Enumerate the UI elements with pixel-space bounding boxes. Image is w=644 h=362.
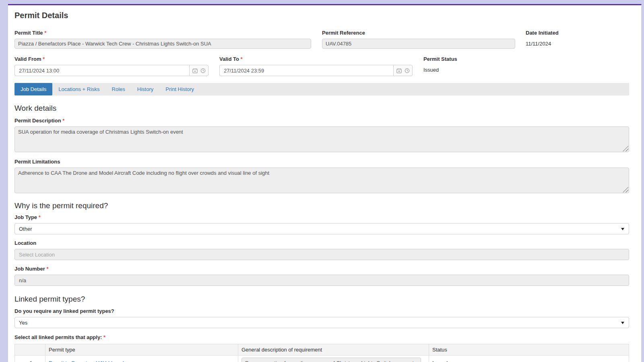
calendar-icon[interactable] [396, 68, 402, 73]
header-status: Status [429, 344, 629, 356]
work-details-heading: Work details [14, 104, 629, 113]
valid-to-addon[interactable] [393, 65, 413, 76]
location-label: Location [14, 240, 629, 246]
chevron-down-icon [621, 322, 624, 324]
permit-type-cell: Permit to Operate a UAV (drone) [45, 356, 238, 362]
table-header-row: Permit type General description of requi… [15, 344, 629, 356]
permit-reference-field: Permit Reference [322, 30, 515, 49]
valid-from-addon[interactable] [189, 65, 208, 76]
job-number-field: Job Number * n/a [14, 266, 629, 286]
clock-icon[interactable] [405, 68, 410, 73]
clock-icon[interactable] [200, 68, 206, 73]
tab-history[interactable]: History [131, 83, 159, 95]
job-type-field: Job Type * Other [14, 214, 629, 234]
requirement-description-input[interactable] [242, 358, 421, 362]
page-title: Permit Details [14, 9, 629, 20]
permit-limitations-textarea[interactable] [14, 168, 629, 193]
valid-from-input[interactable] [14, 65, 189, 76]
location-field: Location Select Location [14, 240, 629, 260]
required-asterisk: * [44, 30, 46, 36]
permit-limitations-field: Permit Limitations [14, 159, 629, 193]
linked-permits-table-block: Select all linked permits that apply: * … [14, 334, 629, 362]
valid-to-field: Valid To * [219, 56, 413, 76]
header-row-1: Permit Title * Permit Reference Date Ini… [14, 30, 629, 49]
valid-from-field: Valid From * [14, 56, 208, 76]
required-asterisk: * [103, 334, 105, 340]
permit-status-value: Issued [423, 65, 629, 73]
calendar-icon[interactable] [192, 68, 198, 73]
header-selected [15, 344, 45, 356]
linked-question-label: Do you require any linked permit types? [14, 308, 629, 314]
header-description: General description of requirement [238, 344, 429, 356]
required-asterisk: * [43, 56, 45, 62]
linked-question-field: Do you require any linked permit types? … [14, 308, 629, 328]
table-row: ✓ Permit to Operate a UAV (drone) Issued [15, 356, 629, 362]
date-initiated-label: Date Initiated [526, 30, 629, 36]
permit-status-label: Permit Status [423, 56, 629, 62]
permit-type-link[interactable]: Permit to Operate a UAV (drone) [49, 360, 124, 362]
header-row-2: Valid From * Valid To * [14, 56, 629, 76]
status-cell: Issued [429, 356, 629, 362]
permit-limitations-label: Permit Limitations [14, 159, 629, 165]
check-icon[interactable]: ✓ [15, 356, 45, 362]
permit-description-textarea[interactable] [14, 126, 629, 152]
required-asterisk: * [39, 214, 41, 220]
permit-reference-input[interactable] [322, 39, 515, 49]
tab-job-details[interactable]: Job Details [14, 83, 52, 95]
valid-to-group [219, 65, 413, 76]
why-required-heading: Why is the permit required? [14, 201, 629, 210]
linked-table-caption: Select all linked permits that apply: * [14, 334, 629, 340]
valid-to-input[interactable] [219, 65, 393, 76]
permit-title-label: Permit Title * [14, 30, 311, 36]
permit-title-input[interactable] [14, 39, 311, 49]
location-input[interactable]: Select Location [14, 249, 629, 260]
permit-description-label: Permit Description * [14, 118, 629, 124]
location-placeholder: Select Location [19, 252, 55, 258]
permit-status-field: Permit Status Issued [423, 56, 629, 73]
linked-permits-table: Permit type General description of requi… [14, 344, 629, 362]
linked-question-selected-value: Yes [19, 320, 27, 326]
job-type-selected-value: Other [19, 226, 32, 232]
job-number-label: Job Number * [14, 266, 629, 272]
required-asterisk: * [62, 118, 64, 124]
job-number-input[interactable]: n/a [14, 275, 629, 286]
tab-locations-risks[interactable]: Locations + Risks [52, 83, 105, 95]
header-permit-type: Permit type [45, 344, 238, 356]
permit-title-field: Permit Title * [14, 30, 311, 49]
permit-description-field: Permit Description * [14, 118, 629, 152]
linked-permits-heading: Linked permit types? [14, 295, 629, 304]
description-cell [238, 356, 429, 362]
chevron-down-icon [621, 228, 624, 230]
permit-details-panel: Permit Details Permit Title * Permit Ref… [8, 4, 642, 362]
required-asterisk: * [46, 266, 48, 272]
date-initiated-value: 11/11/2024 [526, 39, 629, 47]
tab-print-history[interactable]: Print History [159, 83, 200, 95]
required-asterisk: * [241, 56, 243, 62]
job-number-value: n/a [19, 277, 26, 283]
permit-reference-label: Permit Reference [322, 30, 515, 36]
date-initiated-field: Date Initiated 11/11/2024 [526, 30, 629, 47]
job-type-select[interactable]: Other [14, 223, 629, 234]
valid-to-label: Valid To * [219, 56, 413, 62]
valid-from-group [14, 65, 208, 76]
job-type-label: Job Type * [14, 214, 629, 220]
linked-question-select[interactable]: Yes [14, 317, 629, 328]
tab-bar: Job Details Locations + Risks Roles Hist… [14, 83, 629, 95]
valid-from-label: Valid From * [14, 56, 208, 62]
tab-roles[interactable]: Roles [106, 83, 131, 95]
